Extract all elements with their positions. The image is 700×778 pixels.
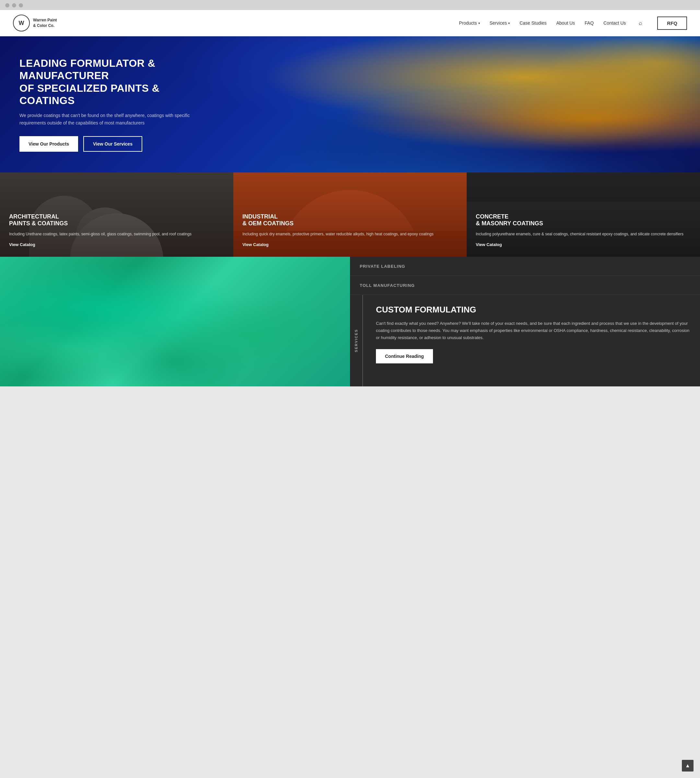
logo-text: Warren Paint & Color Co. xyxy=(33,17,57,28)
service-content-title: CUSTOM FORMULATING xyxy=(376,305,690,315)
card-industrial-desc: Including quick dry enamels, protective … xyxy=(242,231,458,237)
continue-reading-button[interactable]: Continue Reading xyxy=(376,349,433,363)
logo[interactable]: W Warren Paint & Color Co. xyxy=(13,15,57,32)
hero-section: LEADING FORMULATOR & MANUFACTURER OF SPE… xyxy=(0,36,700,172)
services-image xyxy=(0,257,350,386)
service-content-text: Can't find exactly what you need? Anywhe… xyxy=(376,320,690,341)
services-right-panel: PRIVATE LABELING TOLL MANUFACTURING Serv… xyxy=(350,257,700,386)
hero-swirl-decoration xyxy=(280,36,700,172)
navigation: W Warren Paint & Color Co. Products ▾ Se… xyxy=(0,10,700,36)
services-vertical-label-container: Services xyxy=(350,295,363,386)
nav-link-faq[interactable]: FAQ xyxy=(585,20,594,26)
browser-dot-red xyxy=(5,3,9,7)
rfq-button[interactable]: RFQ xyxy=(657,17,687,30)
hero-subtitle: We provide coatings that can't be found … xyxy=(20,112,201,127)
view-services-button[interactable]: View Our Services xyxy=(83,136,142,152)
browser-chrome xyxy=(0,0,700,10)
nav-links: Products ▾ Services ▾ Case Studies About… xyxy=(459,17,687,30)
nav-link-services[interactable]: Services ▾ xyxy=(490,20,510,26)
card-arch-desc: Including Urethane coatings, latex paint… xyxy=(9,231,224,237)
page: W Warren Paint & Color Co. Products ▾ Se… xyxy=(0,10,700,386)
view-products-button[interactable]: View Our Products xyxy=(20,136,78,152)
service-tab-private-labeling-label: PRIVATE LABELING xyxy=(360,264,405,269)
service-tab-toll-manufacturing[interactable]: TOLL MANUFACTURING xyxy=(350,276,700,295)
logo-icon: W xyxy=(13,15,30,32)
nav-link-contact[interactable]: Contact Us xyxy=(603,20,626,26)
card-arch-title: ARCHITECTURAL PAINTS & COATINGS xyxy=(9,213,224,227)
card-industrial-link[interactable]: View Catalog xyxy=(242,242,458,247)
card-concrete-desc: Including polyurethane enamels, cure & s… xyxy=(476,231,691,237)
browser-dot-green xyxy=(19,3,23,7)
chevron-down-icon: ▾ xyxy=(478,22,480,25)
service-tab-toll-manufacturing-label: TOLL MANUFACTURING xyxy=(360,283,415,288)
card-arch-link[interactable]: View Catalog xyxy=(9,242,224,247)
card-concrete: CONCRETE & MASONRY COATINGS Including po… xyxy=(467,172,700,257)
card-concrete-link[interactable]: View Catalog xyxy=(476,242,691,247)
hero-buttons: View Our Products View Our Services xyxy=(20,136,201,152)
card-concrete-title: CONCRETE & MASONRY COATINGS xyxy=(476,213,691,227)
card-architectural: ARCHITECTURAL PAINTS & COATINGS Includin… xyxy=(0,172,233,257)
browser-dot-yellow xyxy=(12,3,16,7)
product-cards-row: ARCHITECTURAL PAINTS & COATINGS Includin… xyxy=(0,172,700,257)
search-icon[interactable]: ⌕ xyxy=(639,20,642,27)
hero-content: LEADING FORMULATOR & MANUFACTURER OF SPE… xyxy=(20,57,201,152)
service-expanded-custom: Services CUSTOM FORMULATING Can't find e… xyxy=(350,295,700,386)
services-section: PRIVATE LABELING TOLL MANUFACTURING Serv… xyxy=(0,257,700,386)
card-industrial: INDUSTRIAL & OEM COATINGS Including quic… xyxy=(233,172,467,257)
nav-link-about[interactable]: About Us xyxy=(556,20,575,26)
nav-link-casestudies[interactable]: Case Studies xyxy=(520,20,547,26)
chevron-down-icon: ▾ xyxy=(508,22,510,25)
hero-title: LEADING FORMULATOR & MANUFACTURER OF SPE… xyxy=(20,57,201,107)
service-content: CUSTOM FORMULATING Can't find exactly wh… xyxy=(360,305,690,363)
service-tab-private-labeling[interactable]: PRIVATE LABELING xyxy=(350,257,700,276)
card-industrial-title: INDUSTRIAL & OEM COATINGS xyxy=(242,213,458,227)
services-vertical-label: Services xyxy=(354,329,358,352)
nav-link-products[interactable]: Products ▾ xyxy=(459,20,480,26)
